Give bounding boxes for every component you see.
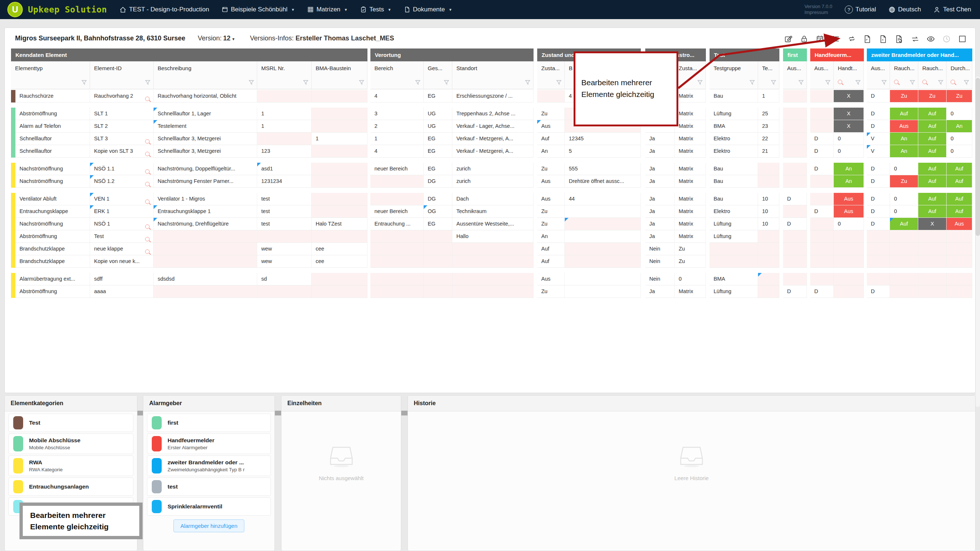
table-cell[interactable]: Matrix: [675, 133, 706, 145]
table-cell[interactable]: 3: [371, 108, 424, 120]
filter-icon[interactable]: [799, 80, 803, 86]
table-cell[interactable]: D: [867, 163, 890, 175]
table-cell[interactable]: D: [783, 193, 807, 205]
table-cell[interactable]: 1: [758, 90, 780, 103]
table-cell[interactable]: [947, 230, 972, 243]
tutorial-button[interactable]: ? Tutorial: [845, 5, 876, 14]
table-cell[interactable]: [947, 273, 972, 286]
table-cell[interactable]: Auf: [918, 205, 947, 218]
table-cell[interactable]: Brandschutzklappe: [16, 243, 90, 255]
table-cell[interactable]: [947, 286, 972, 298]
table-cell[interactable]: [834, 255, 864, 268]
table-cell[interactable]: 1: [257, 108, 312, 120]
table-cell[interactable]: EG: [424, 163, 452, 175]
table-cell[interactable]: [783, 230, 807, 243]
filter-funnel-icon[interactable]: [415, 80, 420, 85]
table-cell[interactable]: Zu: [675, 255, 706, 268]
table-cell[interactable]: Nachströmung Fenster Parner...: [154, 175, 257, 188]
table-cell[interactable]: [154, 255, 257, 268]
search-icon[interactable]: [145, 178, 150, 188]
table-cell[interactable]: [810, 108, 834, 120]
table-cell[interactable]: [918, 255, 947, 268]
table-cell[interactable]: 0: [947, 108, 972, 120]
table-cell[interactable]: Kopie von neue k...: [90, 255, 154, 268]
filter-funnel-icon[interactable]: [525, 80, 530, 85]
table-cell[interactable]: [783, 120, 807, 133]
add-alarmgeber-button[interactable]: Alarmgeber hinzufügen: [173, 519, 244, 532]
filter-funnel-icon[interactable]: [81, 80, 87, 85]
list-item[interactable]: Entrauchungsanlagen: [8, 478, 134, 496]
table-cell[interactable]: Lüftung: [710, 108, 758, 120]
table-cell[interactable]: An: [537, 145, 565, 157]
table-cell[interactable]: Entrauchungsklappe: [16, 205, 90, 218]
table-cell[interactable]: Schnelllauftor 1, Lager: [154, 108, 257, 120]
search-icon[interactable]: [145, 93, 150, 103]
table-cell[interactable]: 25: [758, 108, 780, 120]
table-cell[interactable]: DG: [424, 175, 452, 188]
search-icon[interactable]: [838, 79, 842, 85]
table-cell[interactable]: Ja: [645, 218, 675, 230]
table-cell[interactable]: 0: [834, 218, 864, 230]
column-header[interactable]: Ges...: [424, 61, 452, 89]
table-cell[interactable]: [565, 273, 641, 286]
table-cell[interactable]: [452, 243, 533, 255]
table-cell[interactable]: BMA: [710, 120, 758, 133]
table-row[interactable]: SchnelllauftorKopie von SLT 3Schnelllauf…: [11, 145, 972, 157]
table-cell[interactable]: Auf: [537, 243, 565, 255]
table-cell[interactable]: Rauchvorhang 2: [90, 90, 154, 103]
table-row[interactable]: NachströmöffnungNSÖ 1Nachströmung, Drehf…: [11, 218, 972, 230]
column-header[interactable]: Testgruppe: [710, 61, 758, 89]
table-cell[interactable]: Aus: [537, 175, 565, 188]
list-item[interactable]: Mobile AbschlüsseMobile Abschlüsse: [8, 433, 134, 454]
table-cell[interactable]: [890, 273, 918, 286]
table-cell[interactable]: [947, 243, 972, 255]
list-item[interactable]: first: [147, 414, 271, 432]
table-cell[interactable]: [257, 286, 312, 298]
table-cell[interactable]: Nachströmöffnung: [16, 163, 90, 175]
table-cell[interactable]: Testelement: [154, 120, 257, 133]
table-cell[interactable]: Auf: [947, 205, 972, 218]
table-cell[interactable]: [710, 243, 758, 255]
table-cell[interactable]: [312, 193, 368, 205]
table-cell[interactable]: [371, 273, 424, 286]
table-cell[interactable]: 0: [834, 145, 864, 157]
table-row[interactable]: AbströmöffnungSLT 1Schnelllauftor 1, Lag…: [11, 108, 972, 120]
table-cell[interactable]: DG: [424, 193, 452, 205]
table-cell[interactable]: [834, 230, 864, 243]
table-cell[interactable]: Matrix: [675, 286, 706, 298]
table-cell[interactable]: Schnelllauftor 3, Metzgerei: [154, 145, 257, 157]
table-cell[interactable]: Auf: [890, 108, 918, 120]
table-cell[interactable]: Rauchschürze: [16, 90, 90, 103]
table-cell[interactable]: Auf: [947, 193, 972, 205]
search-icon[interactable]: [145, 166, 150, 175]
table-cell[interactable]: Matrix: [675, 230, 706, 243]
table-cell[interactable]: Schnelllauftor 3, Metzgerei: [154, 133, 257, 145]
table-cell[interactable]: EG: [424, 145, 452, 157]
table-cell[interactable]: [867, 230, 890, 243]
column-header[interactable]: Bereich: [371, 61, 424, 89]
table-cell[interactable]: Zu: [947, 90, 972, 103]
table-cell[interactable]: Entrauchung ...: [371, 218, 424, 230]
table-cell[interactable]: [424, 255, 452, 268]
table-cell[interactable]: [371, 193, 424, 205]
table-cell[interactable]: Matrix: [675, 193, 706, 205]
table-cell[interactable]: Treppenhaus 2, Achse ...: [452, 108, 533, 120]
filter-icon[interactable]: [910, 80, 915, 86]
table-cell[interactable]: EG: [424, 218, 452, 230]
table-cell[interactable]: [371, 230, 424, 243]
search-icon[interactable]: [951, 79, 955, 85]
table-cell[interactable]: Abströmöffnung: [16, 108, 90, 120]
table-cell[interactable]: Halo TZest: [312, 218, 368, 230]
column-header[interactable]: Aus...: [867, 61, 890, 89]
table-cell[interactable]: Elektro: [710, 133, 758, 145]
table-cell[interactable]: 23: [758, 120, 780, 133]
table-cell[interactable]: [918, 273, 947, 286]
table-cell[interactable]: [452, 286, 533, 298]
table-cell[interactable]: [890, 230, 918, 243]
table-cell[interactable]: [783, 145, 807, 157]
filter-funnel-icon[interactable]: [938, 80, 943, 85]
table-cell[interactable]: Schnelllauftor: [16, 145, 90, 157]
table-cell[interactable]: [783, 255, 807, 268]
table-cell[interactable]: Auf: [918, 193, 947, 205]
table-cell[interactable]: Aus: [834, 193, 864, 205]
